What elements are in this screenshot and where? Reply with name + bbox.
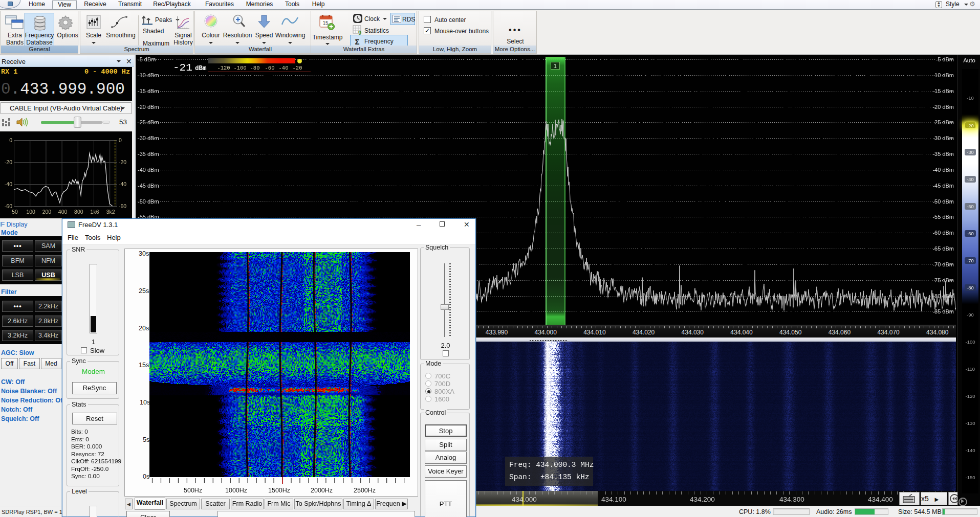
- svg-text:15: 15: [322, 20, 329, 26]
